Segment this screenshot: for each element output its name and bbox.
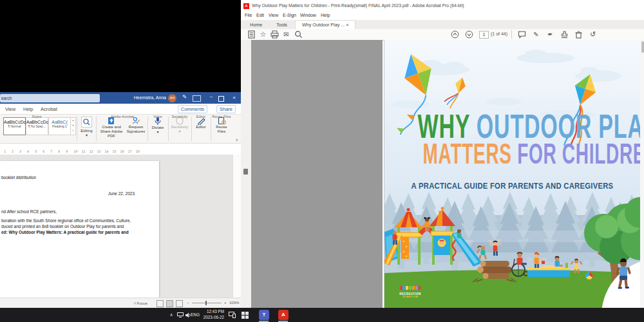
word-window: earch Heemstra, Anna AH ✎ – × View Help …: [0, 92, 241, 308]
style-no-spacing[interactable]: AaBbCcDc ¶ No Spac...: [26, 117, 48, 135]
menu-edit[interactable]: Edit: [256, 13, 264, 17]
styles-gallery-scroll[interactable]: ▴▾≡: [70, 117, 76, 135]
print-icon[interactable]: [270, 30, 279, 39]
star-icon[interactable]: ☆: [259, 30, 267, 39]
reuse-files-button[interactable]: Reuse Files: [212, 117, 231, 134]
minimize-button[interactable]: –: [210, 94, 213, 99]
tab-view[interactable]: View: [5, 106, 15, 112]
menu-esign[interactable]: E-Sign: [283, 13, 296, 17]
word-document-canvas[interactable]: booklet distribution June 22, 2023 nd Af…: [0, 155, 232, 298]
menu-window[interactable]: Window: [300, 13, 316, 17]
page-thumbnails-icon[interactable]: [247, 30, 256, 39]
word-user-name[interactable]: Heemstra, Anna: [134, 95, 166, 100]
ruler[interactable]: 1 2 3 4 5 6 7 8 9 10 11 12 13 14 15 16 1…: [0, 149, 161, 155]
pdf-cover-page[interactable]: Why Outdoor Play Matters for Children A …: [384, 40, 640, 308]
rotate-icon[interactable]: ↺: [589, 30, 597, 39]
toolbar-divider: [511, 30, 512, 39]
word-page[interactable]: booklet distribution June 22, 2023 nd Af…: [0, 161, 159, 298]
ribbon-options-icon[interactable]: [193, 95, 201, 102]
zoom-slider[interactable]: [192, 303, 222, 303]
comments-button[interactable]: Comments: [178, 105, 207, 113]
next-page-icon[interactable]: [465, 30, 473, 39]
previous-page-icon[interactable]: [451, 30, 459, 39]
acrobat-scrollbar[interactable]: [639, 40, 644, 308]
search-icon[interactable]: [294, 30, 303, 39]
action-center-icon[interactable]: [227, 310, 237, 320]
doc-line: nd After school RCE partners,: [1, 209, 57, 214]
read-mode-icon[interactable]: [156, 300, 164, 307]
kid-behind-slide: [457, 229, 462, 238]
focus-button[interactable]: ⌑ Focus: [134, 301, 147, 305]
restore-button[interactable]: [218, 96, 224, 102]
nav-panel-toggle[interactable]: [243, 169, 248, 175]
doc-line: boration with the South Shore regional o…: [1, 218, 131, 223]
doc-date: June 22, 2023: [108, 191, 135, 196]
style-heading1[interactable]: AaBbC( Heading 1: [48, 117, 71, 135]
editing-button[interactable]: Editing ▾: [79, 117, 95, 138]
voice-group-label: Voice: [153, 115, 162, 118]
page-number-input[interactable]: 1: [479, 31, 489, 39]
tab-acrobat[interactable]: Acrobat: [41, 106, 57, 112]
acrobat-window-title: Why Outdoor Play Matters for Children - …: [252, 0, 464, 12]
tab-tools[interactable]: Tools: [270, 21, 294, 30]
zoom-slider-thumb[interactable]: [205, 301, 207, 305]
print-layout-icon[interactable]: [166, 300, 173, 307]
word-ribbon-tabs: View Help Acrobat Comments Share: [0, 104, 241, 115]
zoom-level[interactable]: 100%: [229, 301, 239, 305]
taskbar-time: 12:43 PM: [207, 309, 224, 314]
acrobat-menubar: File Edit View E-Sign Window Help: [241, 12, 644, 20]
tab-close-icon[interactable]: ×: [346, 22, 348, 28]
share-button[interactable]: Share: [216, 105, 236, 113]
logo-tiles: [393, 281, 427, 292]
create-pdf-button[interactable]: Create and Share Adobe PDF: [97, 117, 126, 138]
menu-file[interactable]: File: [245, 13, 252, 17]
logo-subtext: NOVA SCOTIA: [393, 296, 427, 299]
editing-find-icon: [81, 117, 92, 128]
tab-document[interactable]: Why Outdoor Play ... ×: [295, 20, 356, 30]
doc-line: booklet distribution: [1, 175, 36, 180]
zoom-in-button[interactable]: +: [224, 301, 227, 305]
word-scrollbar[interactable]: [232, 155, 241, 298]
acrobat-document-canvas[interactable]: [251, 40, 383, 308]
teams-taskbar-icon[interactable]: T: [259, 310, 269, 320]
styles-group-label: Styles: [32, 115, 42, 118]
style-normal[interactable]: AaBbCcDc ¶ Normal: [3, 117, 26, 135]
fill-sign-icon[interactable]: ✒: [546, 30, 554, 39]
page-count-label: (1 of 44): [491, 32, 507, 36]
acrobat-nav-rail[interactable]: [241, 40, 252, 308]
menu-help[interactable]: Help: [321, 13, 330, 17]
pen-mode-icon[interactable]: ✎: [182, 94, 187, 100]
comment-icon[interactable]: [518, 30, 526, 39]
tab-home[interactable]: Home: [243, 21, 269, 30]
reuse-group-label: Reuse Files: [212, 115, 231, 118]
scrollbar-thumb[interactable]: [641, 41, 644, 53]
cover-title-line2: Matters for Children: [423, 138, 602, 170]
taskbar-clock[interactable]: 12:43 PM 2023-06-22: [197, 309, 224, 321]
avatar[interactable]: AH: [168, 94, 176, 102]
word-statusbar: ⌑ Focus – + 100%: [0, 298, 241, 308]
dictate-button[interactable]: Dictate ▾: [149, 117, 167, 135]
editor-group-label: Editor: [196, 115, 205, 118]
trash-icon[interactable]: [574, 30, 583, 39]
adobe-group-label: Adobe Acrobat: [111, 115, 134, 118]
email-icon[interactable]: ✉: [282, 30, 290, 39]
web-layout-icon[interactable]: [176, 300, 183, 307]
tab-help[interactable]: Help: [23, 106, 33, 112]
doc-line: duced and printed an 8x8 booklet on Outd…: [1, 224, 124, 229]
acrobat-logo-icon: A: [243, 3, 249, 9]
start-button[interactable]: [240, 310, 250, 320]
menu-view[interactable]: View: [269, 13, 278, 17]
stamp-icon[interactable]: [560, 30, 569, 39]
request-signatures-button[interactable]: Request Signatures: [126, 117, 146, 134]
word-search-input[interactable]: earch: [0, 94, 100, 102]
highlight-pencil-icon[interactable]: ✎: [532, 30, 540, 39]
taskbar: ∧ ENG 12:43 PM 2023-06-22 T A: [0, 308, 644, 322]
word-ribbon: AaBbCcDc ¶ Normal AaBbCcDc ¶ No Spac... …: [0, 115, 241, 144]
zoom-out-button[interactable]: –: [187, 301, 189, 305]
collapse-ribbon-icon[interactable]: ∧: [236, 137, 238, 142]
taskbar-date: 2023-06-22: [204, 315, 224, 319]
close-button[interactable]: ×: [232, 95, 236, 100]
acrobat-taskbar-icon[interactable]: A: [278, 310, 289, 320]
cover-illustration: [384, 40, 640, 308]
doc-line-bold: ed: Why Outdoor Play Matters: A practica…: [1, 230, 129, 234]
